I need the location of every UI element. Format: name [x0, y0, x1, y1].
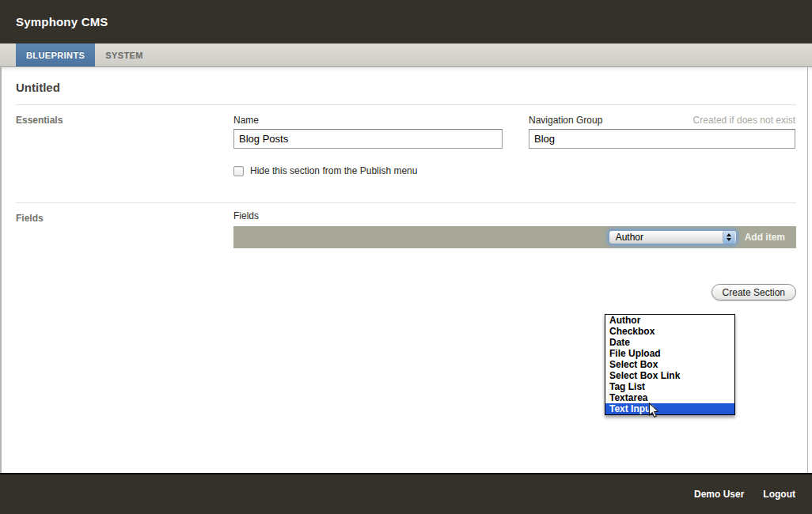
create-section-button[interactable]: Create Section — [711, 284, 796, 300]
field-type-select[interactable]: Author — [609, 230, 737, 244]
navigation-group-input[interactable] — [529, 129, 795, 149]
dropdown-option[interactable]: Checkbox — [605, 326, 734, 337]
dropdown-option[interactable]: Date — [605, 337, 734, 348]
essentials-section: Essentials Name Navigation Group Created… — [16, 104, 796, 202]
name-field-block: Name — [233, 115, 503, 149]
tab-blueprints[interactable]: BLUEPRINTS — [16, 43, 95, 66]
add-item-button[interactable]: Add item — [745, 232, 785, 243]
dropdown-option[interactable]: Text Input — [605, 403, 734, 414]
page-title: Untitled — [16, 67, 796, 104]
field-type-dropdown-menu: AuthorCheckboxDateFile UploadSelect BoxS… — [605, 314, 735, 415]
window-edge-right — [807, 67, 808, 473]
main-nav: BLUEPRINTS SYSTEM — [0, 43, 812, 67]
dropdown-option[interactable]: Textarea — [605, 392, 734, 403]
hide-section-checkbox[interactable] — [233, 166, 244, 176]
fields-section-label: Fields — [16, 203, 233, 224]
hide-section-label: Hide this section from the Publish menu — [250, 165, 417, 176]
dropdown-option[interactable]: Tag List — [605, 381, 734, 392]
window-edge-left — [0, 67, 2, 473]
essentials-body: Name Navigation Group Created if does no… — [233, 105, 796, 202]
dropdown-option[interactable]: Author — [605, 315, 734, 326]
app-title: Symphony CMS — [16, 15, 108, 28]
tab-system[interactable]: SYSTEM — [95, 43, 154, 66]
fields-duplicator-bar: Author Add item — [233, 226, 796, 248]
fields-section: Fields Fields Author Add item — [16, 202, 796, 270]
dropdown-option[interactable]: Select Box — [605, 359, 734, 370]
field-type-select-value: Author — [609, 231, 723, 244]
fields-list-label: Fields — [233, 210, 796, 221]
essentials-side-column: Essentials — [16, 105, 233, 202]
user-link[interactable]: Demo User — [694, 489, 744, 500]
fields-body: Fields Author Add item — [233, 203, 796, 270]
fields-side-column: Fields — [16, 203, 233, 270]
select-stepper-icon — [723, 231, 735, 244]
navigation-group-label: Navigation Group — [529, 115, 602, 126]
navigation-group-field-block: Navigation Group Created if does not exi… — [529, 115, 795, 149]
name-input[interactable] — [233, 129, 503, 149]
actions-row: Create Section — [16, 284, 796, 300]
arrow-down-icon — [727, 238, 731, 241]
app-footer: Demo User Logout — [0, 473, 812, 514]
name-label: Name — [233, 115, 259, 126]
dropdown-option[interactable]: Select Box Link — [605, 370, 734, 381]
hide-section-row: Hide this section from the Publish menu — [233, 165, 796, 176]
logout-link[interactable]: Logout — [763, 489, 795, 500]
page-content: Untitled Essentials Name Navigation Grou… — [0, 67, 812, 473]
dropdown-option[interactable]: File Upload — [605, 348, 734, 359]
essentials-section-label: Essentials — [16, 105, 233, 126]
arrow-up-icon — [727, 233, 731, 236]
app-header: Symphony CMS — [0, 0, 812, 43]
navigation-group-hint: Created if does not exist — [693, 115, 795, 126]
